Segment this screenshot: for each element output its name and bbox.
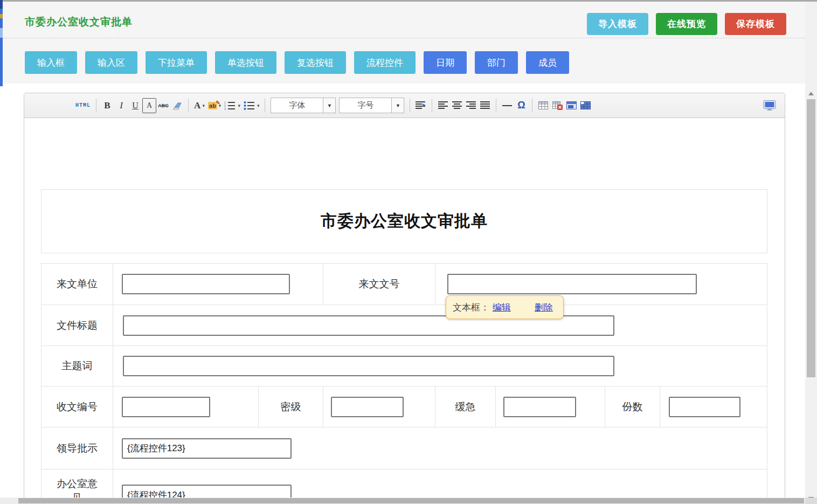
window-top-edge <box>0 0 817 2</box>
align-center-icon[interactable] <box>450 98 464 113</box>
left-strip-notch <box>0 28 3 38</box>
toolbar-separator <box>96 99 96 112</box>
leader-comments-input[interactable] <box>122 438 292 459</box>
document-title-box: 市委办公室收文审批单 <box>41 189 767 253</box>
secrecy-level-input[interactable] <box>331 397 404 417</box>
incoming-unit-input[interactable] <box>122 274 290 294</box>
copies-cell <box>660 386 767 427</box>
page-header: 市委办公室收文审批单 导入模板 在线预览 保存模板 <box>3 2 805 38</box>
underline-icon[interactable]: U <box>128 98 142 113</box>
left-strip-notch <box>0 14 3 18</box>
delete-link[interactable]: 删除 <box>535 301 553 314</box>
member-button[interactable]: 成员 <box>526 51 569 74</box>
page-title: 市委办公室收文审批单 <box>25 15 133 29</box>
receipt-number-cell <box>113 386 258 427</box>
font-family-select[interactable]: 字体 ▼ <box>271 98 336 113</box>
form-control-buttons: 输入框 输入区 下拉菜单 单选按钮 复选按钮 流程控件 日期 部门 成员 <box>25 51 569 74</box>
align-right-icon[interactable] <box>464 98 478 113</box>
secrecy-level-label: 密级 <box>258 386 323 427</box>
rich-text-editor: HTML B I U A ABC A▾ ab▾ 1 2 3 ▾ <box>24 93 785 504</box>
chevron-down-icon: ▾ <box>257 103 260 108</box>
document-title: 市委办公室收文审批单 <box>321 210 488 232</box>
import-template-button[interactable]: 导入模板 <box>587 13 648 35</box>
align-left-icon[interactable] <box>436 98 450 113</box>
document-number-input[interactable] <box>447 274 697 294</box>
chevron-down-icon: ▾ <box>202 103 205 108</box>
urgency-input[interactable] <box>503 397 576 417</box>
font-color-icon[interactable]: A▾ <box>192 98 206 113</box>
tooltip-label: 文本框： <box>453 301 489 314</box>
eraser-icon[interactable] <box>170 98 184 113</box>
italic-icon[interactable]: I <box>114 98 128 113</box>
toolbar-separator <box>496 99 496 112</box>
checkbox-button[interactable]: 复选按钮 <box>285 51 346 74</box>
subject-words-label: 主题词 <box>41 346 113 386</box>
top-band: 市委办公室收文审批单 导入模板 在线预览 保存模板 输入框 输入区 下拉菜单 单… <box>3 2 805 84</box>
dropdown-menu-button[interactable]: 下拉菜单 <box>146 51 207 74</box>
cell-properties-icon[interactable] <box>578 98 592 113</box>
document-title-label: 文件标题 <box>41 305 113 346</box>
incoming-unit-cell <box>113 264 323 305</box>
font-size-select[interactable]: 字号 ▼ <box>339 98 404 113</box>
ordered-list-icon[interactable]: 1 2 3 ▾ <box>223 98 242 113</box>
flow-control-button[interactable]: 流程控件 <box>354 51 416 74</box>
department-button[interactable]: 部门 <box>475 51 518 74</box>
copies-input[interactable] <box>669 397 740 417</box>
scroll-up-arrow-icon[interactable] <box>805 88 817 99</box>
horizontal-scrollbar-thumb[interactable] <box>18 498 804 503</box>
online-preview-button[interactable]: 在线预览 <box>656 13 717 35</box>
urgency-cell <box>495 386 605 427</box>
html-source-icon[interactable]: HTML <box>74 98 92 113</box>
align-justify-icon[interactable] <box>478 98 492 113</box>
highlight-color-icon[interactable]: ab▾ <box>206 98 223 113</box>
save-template-button[interactable]: 保存模板 <box>725 13 786 35</box>
toolbar-separator <box>432 99 432 112</box>
bold-icon[interactable]: B <box>100 98 114 113</box>
delete-table-icon[interactable] <box>550 98 564 113</box>
table-row: 领导批示 <box>41 427 767 469</box>
table-row: 收文编号 密级 缓急 份数 <box>41 386 767 427</box>
toolbar-separator <box>188 99 189 112</box>
indent-icon[interactable] <box>414 98 428 113</box>
horizontal-rule-icon[interactable] <box>500 98 514 113</box>
scrollbar-corner <box>805 498 817 504</box>
input-box-button[interactable]: 输入框 <box>25 51 77 74</box>
document-title-cell <box>113 305 767 346</box>
toolbar-separator <box>265 99 265 112</box>
table-row: 文件标题 <box>41 305 767 346</box>
form-table: 来文单位 来文文号 文件标题 主题词 <box>41 263 767 503</box>
insert-table-icon[interactable] <box>536 98 550 113</box>
header-buttons: 导入模板 在线预览 保存模板 <box>587 13 786 35</box>
incoming-unit-label: 来文单位 <box>41 264 113 305</box>
edit-link[interactable]: 编辑 <box>493 301 511 314</box>
input-area-button[interactable]: 输入区 <box>85 51 137 74</box>
chevron-down-icon[interactable]: ▼ <box>391 98 404 113</box>
left-strip-notch <box>0 0 3 9</box>
copies-label: 份数 <box>605 386 660 427</box>
svg-text:3: 3 <box>224 107 226 110</box>
table-row: 主题词 <box>41 346 767 386</box>
text-style-icon[interactable]: A <box>142 98 156 113</box>
receipt-number-label: 收文编号 <box>41 386 113 427</box>
vertical-scrollbar-thumb[interactable] <box>807 99 815 377</box>
leader-comments-label: 领导批示 <box>41 427 113 469</box>
radio-button-button[interactable]: 单选按钮 <box>215 51 276 74</box>
date-button[interactable]: 日期 <box>424 51 467 74</box>
unordered-list-icon[interactable]: ▾ <box>242 98 261 113</box>
editor-document[interactable]: 市委办公室收文审批单 来文单位 来文文号 文件标题 主题词 <box>24 118 785 503</box>
chevron-down-icon: ▾ <box>238 103 240 108</box>
vertical-scrollbar[interactable] <box>805 0 817 504</box>
fullscreen-icon[interactable] <box>761 98 778 113</box>
toolbar-separator <box>410 99 410 112</box>
horizontal-scrollbar[interactable] <box>0 498 805 504</box>
receipt-number-input[interactable] <box>122 397 210 417</box>
chevron-down-icon[interactable]: ▼ <box>323 98 335 113</box>
table-row: 来文单位 来文文号 <box>41 264 767 305</box>
subject-words-input[interactable] <box>123 356 614 376</box>
table-properties-icon[interactable] <box>564 98 578 113</box>
strikethrough-icon[interactable]: ABC <box>156 98 170 113</box>
document-number-label: 来文文号 <box>323 264 435 305</box>
secrecy-level-cell <box>323 386 435 427</box>
special-char-icon[interactable]: Ω <box>514 98 528 113</box>
toolbar-separator <box>532 99 532 112</box>
